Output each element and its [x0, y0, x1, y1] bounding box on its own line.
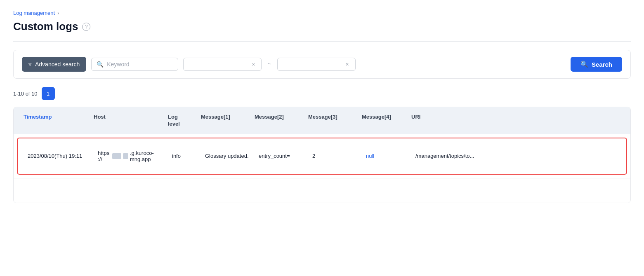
td-host: https://.g.kuroco-mng.app	[94, 148, 169, 164]
divider	[13, 41, 631, 42]
filter-icon: ▿	[28, 61, 32, 68]
date-start-clear-button[interactable]: ×	[252, 61, 255, 67]
advanced-search-label: Advanced search	[35, 61, 80, 68]
td-message4: null	[363, 151, 412, 161]
table-container: Timestamp Host Loglevel Message[1] Messa…	[13, 107, 631, 203]
search-button-label: Search	[592, 61, 612, 68]
td-message1: Glossary updated.	[202, 151, 255, 161]
host-suffix: .g.kuroco-mng.app	[130, 150, 165, 162]
th-uri: URI	[408, 112, 624, 129]
breadcrumb-chevron: ›	[57, 10, 59, 16]
td-timestamp: 2023/08/10(Thu) 19:11	[24, 151, 94, 161]
keyword-search-icon: 🔍	[97, 61, 104, 68]
th-message4: Message[4]	[359, 112, 408, 129]
td-log-level: info	[169, 151, 202, 161]
help-icon[interactable]: ?	[82, 23, 90, 31]
th-timestamp: Timestamp	[20, 112, 90, 129]
search-button-icon: 🔍	[580, 61, 588, 68]
host-blurred-2	[123, 153, 128, 159]
date-end-input[interactable]: 2023-08-10 23:59	[283, 61, 342, 68]
page-button-1[interactable]: 1	[42, 87, 55, 100]
date-start-input[interactable]: 2023-08-10 00:00	[189, 61, 248, 68]
breadcrumb-link[interactable]: Log management	[13, 10, 55, 16]
table-header: Timestamp Host Loglevel Message[1] Messa…	[14, 107, 630, 134]
keyword-input-wrap: 🔍	[91, 58, 178, 71]
page-title-row: Custom logs ?	[13, 20, 631, 33]
advanced-search-button[interactable]: ▿ Advanced search	[22, 57, 86, 72]
table-row-highlighted[interactable]: 2023/08/10(Thu) 19:11 https://.g.kuroco-…	[17, 138, 627, 175]
page-container: Log management › Custom logs ? ▿ Advance…	[0, 0, 644, 276]
date-range-tilde: ~	[267, 61, 272, 68]
th-message3: Message[3]	[305, 112, 359, 129]
host-prefix: https://	[98, 150, 111, 162]
keyword-input[interactable]	[107, 61, 173, 68]
td-uri: /management/topics/to...	[412, 151, 620, 161]
date-end-clear-button[interactable]: ×	[346, 61, 349, 67]
date-end-wrap: 2023-08-10 23:59 ×	[277, 58, 356, 71]
date-start-wrap: 2023-08-10 00:00 ×	[183, 58, 262, 71]
search-bar: ▿ Advanced search 🔍 2023-08-10 00:00 × ~…	[13, 50, 631, 79]
th-message2: Message[2]	[251, 112, 305, 129]
th-message1: Message[1]	[198, 112, 251, 129]
th-log-level-text: Loglevel	[168, 114, 180, 127]
pagination-row: 1-10 of 10 1	[13, 87, 631, 100]
th-host: Host	[90, 112, 165, 129]
pagination-summary: 1-10 of 10	[13, 91, 38, 97]
search-button[interactable]: 🔍 Search	[571, 57, 622, 72]
table-empty-row	[14, 178, 630, 203]
host-blurred-1	[112, 153, 121, 159]
td-message3: 2	[309, 151, 363, 161]
td-message2: entry_count=	[255, 151, 309, 161]
page-title: Custom logs	[13, 20, 78, 33]
breadcrumb: Log management ›	[13, 10, 631, 16]
th-log-level: Loglevel	[165, 112, 198, 129]
